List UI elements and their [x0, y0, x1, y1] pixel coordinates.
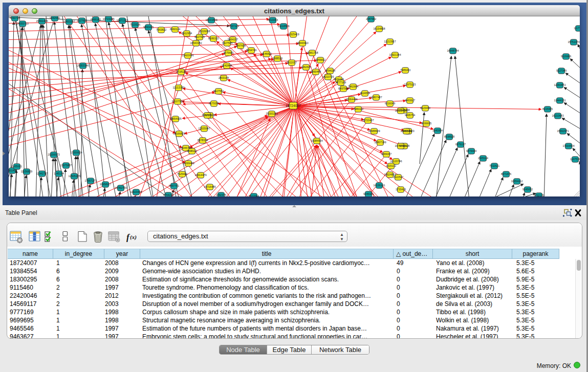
svg-text:1733426: 1733426: [396, 188, 406, 191]
svg-text:16210643: 16210643: [552, 114, 563, 117]
svg-text:15692971: 15692971: [557, 129, 569, 133]
svg-text:8471676: 8471676: [501, 172, 511, 176]
svg-text:8215955: 8215955: [542, 107, 553, 111]
svg-text:2367608: 2367608: [235, 44, 246, 47]
svg-text:14099489: 14099489: [182, 162, 194, 165]
svg-text:9329966: 9329966: [561, 55, 571, 58]
svg-text:1145194: 1145194: [54, 172, 64, 175]
svg-text:2087682: 2087682: [366, 17, 376, 20]
svg-text:8938928: 8938928: [444, 135, 454, 138]
svg-text:19653342: 19653342: [400, 129, 412, 133]
svg-text:1588520: 1588520: [272, 57, 282, 60]
svg-text:10958117: 10958117: [100, 183, 112, 186]
svg-text:10921344: 10921344: [389, 53, 401, 56]
svg-text:14055713: 14055713: [16, 22, 28, 25]
svg-text:2718126: 2718126: [176, 70, 186, 73]
svg-text:7663822: 7663822: [156, 28, 166, 31]
svg-text:19218506: 19218506: [277, 25, 289, 28]
svg-text:15720407: 15720407: [362, 119, 374, 122]
svg-text:9342640: 9342640: [50, 16, 60, 19]
svg-text:10688609: 10688609: [368, 129, 380, 133]
svg-text:9322037: 9322037: [287, 61, 297, 64]
svg-text:6497568: 6497568: [338, 87, 349, 90]
svg-text:14136141: 14136141: [373, 184, 385, 187]
svg-text:1615132: 1615132: [386, 164, 396, 167]
svg-text:10107554: 10107554: [171, 100, 183, 103]
svg-text:9227349: 9227349: [556, 69, 567, 72]
svg-text:8878334: 8878334: [198, 139, 208, 142]
svg-text:9245652: 9245652: [522, 188, 533, 191]
svg-text:10025438: 10025438: [395, 109, 406, 112]
svg-text:22420046: 22420046: [182, 54, 193, 57]
svg-text:7357224: 7357224: [229, 25, 239, 28]
svg-text:9699695: 9699695: [421, 122, 431, 125]
svg-text:2803144: 2803144: [219, 76, 229, 79]
svg-text:11156829: 11156829: [21, 170, 32, 173]
svg-text:16961758: 16961758: [306, 51, 318, 54]
svg-text:19654925: 19654925: [169, 117, 181, 120]
svg-text:9890415: 9890415: [143, 26, 154, 29]
svg-text:17359924: 17359924: [70, 151, 82, 154]
svg-text:9115460: 9115460: [420, 106, 430, 110]
svg-text:10654112: 10654112: [511, 180, 523, 183]
svg-text:8170056: 8170056: [209, 102, 219, 105]
svg-text:9777169: 9777169: [336, 81, 346, 84]
svg-text:1167539: 1167539: [570, 158, 580, 161]
svg-text:6466160: 6466160: [91, 18, 101, 21]
svg-text:1527602: 1527602: [77, 19, 87, 22]
svg-text:10807487: 10807487: [370, 96, 382, 99]
svg-text:7515526: 7515526: [130, 23, 140, 26]
svg-text:1092375: 1092375: [216, 193, 226, 196]
svg-text:13535947: 13535947: [198, 127, 210, 130]
svg-text:23226058: 23226058: [198, 30, 210, 33]
svg-text:15716485: 15716485: [204, 185, 215, 188]
svg-text:9327505: 9327505: [222, 41, 232, 45]
svg-text:9612044: 9612044: [249, 194, 259, 196]
svg-text:8990448: 8990448: [311, 70, 321, 73]
svg-text:12444151: 12444151: [554, 99, 565, 102]
svg-text:3498222: 3498222: [187, 149, 197, 152]
svg-text:7955812: 7955812: [315, 58, 325, 61]
svg-text:12213389: 12213389: [172, 86, 184, 89]
svg-text:9146821: 9146821: [262, 52, 272, 55]
svg-text:9794028: 9794028: [325, 69, 335, 72]
svg-text:19384554: 19384554: [311, 139, 322, 142]
svg-text:25300233: 25300233: [266, 112, 277, 115]
svg-text:8764213: 8764213: [163, 193, 173, 196]
svg-text:8267151: 8267151: [202, 114, 212, 117]
svg-text:19756920: 19756920: [395, 144, 406, 147]
svg-text:3675685: 3675685: [223, 51, 233, 54]
svg-text:9732175: 9732175: [534, 194, 544, 196]
svg-text:8454749: 8454749: [246, 49, 256, 52]
svg-text:16543382: 16543382: [190, 41, 202, 45]
svg-text:7462664: 7462664: [348, 85, 358, 88]
svg-text:16671355: 16671355: [116, 19, 128, 22]
svg-text:9242848: 9242848: [222, 64, 232, 67]
svg-text:15751074: 15751074: [568, 40, 579, 43]
svg-text:12325419: 12325419: [287, 33, 299, 36]
svg-text:18807249: 18807249: [374, 141, 386, 144]
svg-text:1117799: 1117799: [574, 27, 580, 30]
svg-text:9495754: 9495754: [405, 114, 415, 117]
svg-text:7485063: 7485063: [400, 69, 410, 72]
svg-text:7986322: 7986322: [353, 107, 363, 111]
svg-text:16154838: 16154838: [373, 27, 385, 30]
svg-text:1362615: 1362615: [301, 65, 311, 69]
svg-text:12342737: 12342737: [36, 172, 48, 175]
svg-text:10653287: 10653287: [63, 20, 75, 23]
svg-text:12505135: 12505135: [68, 174, 80, 178]
svg-text:8186323: 8186323: [208, 37, 219, 40]
svg-text:9463627: 9463627: [405, 99, 415, 102]
svg-text:18724007: 18724007: [286, 104, 301, 107]
svg-text:19166825: 19166825: [173, 132, 185, 135]
svg-text:12213967: 12213967: [384, 40, 396, 43]
svg-text:2935114: 2935114: [478, 157, 488, 160]
svg-text:9474444: 9474444: [466, 149, 476, 152]
svg-text:17957273: 17957273: [84, 179, 96, 182]
svg-text:5464207: 5464207: [228, 38, 238, 41]
svg-text:20364436: 20364436: [345, 98, 357, 101]
svg-text:7625402: 7625402: [177, 172, 187, 176]
svg-text:18640910: 18640910: [296, 41, 308, 45]
svg-text:(x): (x): [130, 234, 137, 240]
svg-text:9245321: 9245321: [363, 192, 374, 195]
